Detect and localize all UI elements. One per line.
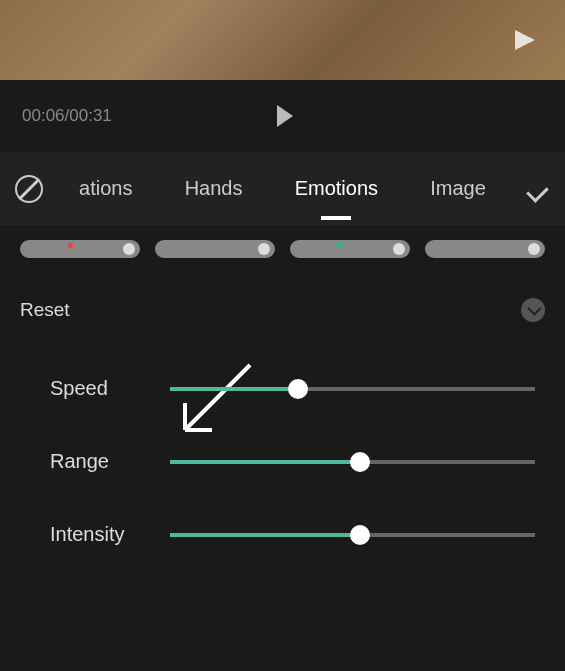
tab-bar: ations Hands Emotions Image [0, 152, 565, 225]
emotion-thumbnail-3[interactable] [290, 240, 410, 258]
reset-button[interactable]: Reset [20, 299, 70, 321]
tab-animations[interactable]: ations [67, 172, 144, 205]
emotion-thumbnail-1[interactable] [20, 240, 140, 258]
play-button[interactable] [277, 105, 293, 127]
controls-header: Reset [0, 273, 565, 337]
thumbnails-row [0, 225, 565, 273]
tab-image[interactable]: Image [418, 172, 498, 205]
range-slider-thumb[interactable] [350, 452, 370, 472]
confirm-icon[interactable] [522, 175, 550, 203]
none-icon[interactable] [15, 175, 43, 203]
speed-slider-thumb[interactable] [288, 379, 308, 399]
slider-label-range: Range [50, 450, 140, 473]
video-preview[interactable] [0, 0, 565, 80]
emotion-thumbnail-4[interactable] [425, 240, 545, 258]
tab-emotions[interactable]: Emotions [283, 172, 390, 205]
playback-bar: 00:06/00:31 [0, 80, 565, 152]
time-display: 00:06/00:31 [22, 106, 112, 126]
range-slider[interactable] [170, 460, 535, 464]
emotion-thumbnail-2[interactable] [155, 240, 275, 258]
slider-row-intensity: Intensity [50, 523, 535, 546]
intensity-slider-fill [170, 533, 360, 537]
tab-hands[interactable]: Hands [173, 172, 255, 205]
slider-row-speed: Speed [50, 377, 535, 400]
slider-label-intensity: Intensity [50, 523, 140, 546]
intensity-slider-thumb[interactable] [350, 525, 370, 545]
intensity-slider[interactable] [170, 533, 535, 537]
slider-label-speed: Speed [50, 377, 140, 400]
sliders-panel: Speed Range Intensity [0, 337, 565, 616]
collapse-button[interactable] [521, 298, 545, 322]
speed-slider-fill [170, 387, 298, 391]
range-slider-fill [170, 460, 360, 464]
speed-slider[interactable] [170, 387, 535, 391]
tabs-container: ations Hands Emotions Image [53, 172, 512, 205]
slider-row-range: Range [50, 450, 535, 473]
